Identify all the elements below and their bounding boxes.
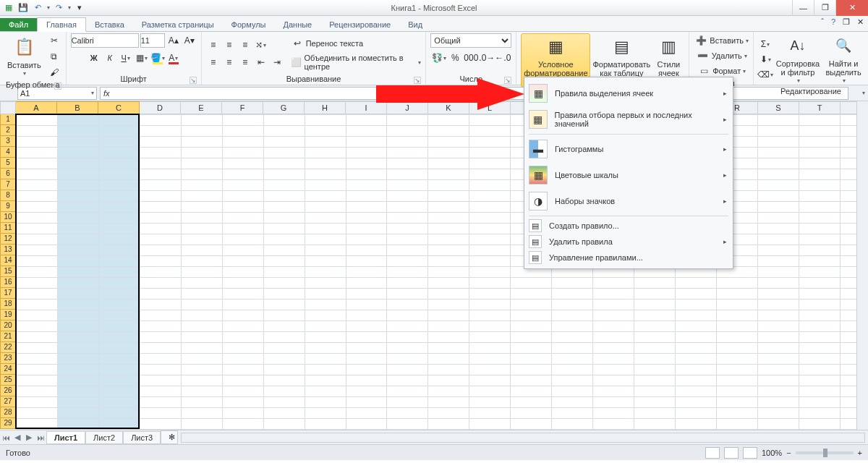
- format-painter-button[interactable]: 🖌: [47, 65, 61, 80]
- orientation-button[interactable]: ⤭▾: [254, 38, 268, 52]
- alignment-dialog-icon[interactable]: ↘: [414, 77, 421, 84]
- align-bottom-button[interactable]: ≡: [238, 38, 252, 52]
- increase-indent-button[interactable]: ⇥: [270, 55, 284, 69]
- increase-font-button[interactable]: A▴: [166, 33, 181, 48]
- align-top-button[interactable]: ≡: [206, 38, 221, 52]
- sheet-nav-first[interactable]: ⏮: [0, 433, 12, 442]
- top-bottom-icon: ▦: [529, 110, 548, 129]
- sheet-tab-3[interactable]: Лист3: [123, 431, 161, 444]
- insert-cells-button[interactable]: ➕Вставить▾: [694, 33, 749, 48]
- view-page-layout-button[interactable]: [724, 447, 739, 459]
- fill-color-button[interactable]: 🪣▾: [150, 51, 165, 65]
- minimize-button[interactable]: —: [792, 0, 814, 16]
- view-page-break-button[interactable]: [743, 447, 757, 459]
- format-cells-button[interactable]: ▭Формат▾: [697, 64, 746, 78]
- decrease-indent-button[interactable]: ⇤: [254, 55, 268, 69]
- undo-icon[interactable]: ↶: [32, 2, 43, 14]
- minimize-ribbon-icon[interactable]: ˆ: [821, 17, 824, 27]
- autosum-button[interactable]: Σ▾: [758, 37, 773, 51]
- cut-button[interactable]: ✂: [47, 33, 61, 48]
- font-color-button[interactable]: A▾: [166, 51, 181, 65]
- zoom-in-button[interactable]: +: [858, 449, 862, 457]
- delete-cells-button[interactable]: ➖Удалить▾: [696, 48, 747, 63]
- wrap-text-button[interactable]: ↩Перенос текста: [290, 36, 422, 51]
- border-button[interactable]: ▦▾: [135, 51, 149, 65]
- accounting-format-button[interactable]: 💱▾: [432, 51, 446, 65]
- align-middle-button[interactable]: ≡: [222, 38, 237, 52]
- menu-new-rule[interactable]: ▤Создать правило...: [524, 218, 733, 234]
- group-alignment: ≡ ≡ ≡ ⤭▾ ≡ ≡ ≡ ⇤ ⇥ ↩Перенос текста ⬜Объе…: [202, 32, 427, 85]
- italic-button[interactable]: К: [103, 51, 117, 65]
- align-left-button[interactable]: ≡: [206, 55, 221, 69]
- menu-icon-sets[interactable]: ◑Наборы значков▸: [524, 188, 733, 214]
- align-center-button[interactable]: ≡: [222, 55, 237, 69]
- new-sheet-button[interactable]: ✻: [161, 430, 178, 444]
- row-headers[interactable]: 1234567891011121314151617181920212223242…: [0, 114, 16, 430]
- doc-restore-icon[interactable]: ❐: [843, 17, 850, 27]
- menu-highlight-rules[interactable]: ▦Правила выделения ячеек▸: [524, 80, 733, 106]
- underline-button[interactable]: Ч▾: [119, 51, 133, 65]
- bold-button[interactable]: Ж: [87, 51, 101, 65]
- fill-button[interactable]: ⬇▾: [758, 52, 773, 67]
- qat-customize-icon[interactable]: ▾: [74, 2, 85, 14]
- horizontal-scrollbar[interactable]: [181, 433, 865, 443]
- sort-filter-button[interactable]: A↓ Сортировка и фильтр▾: [775, 33, 820, 86]
- font-name-combo[interactable]: [71, 33, 139, 48]
- tab-home[interactable]: Главная: [37, 17, 86, 32]
- sheet-tab-1[interactable]: Лист1: [46, 431, 85, 444]
- menu-color-scales[interactable]: ▦Цветовые шкалы▸: [524, 162, 733, 188]
- find-select-button[interactable]: 🔍 Найти и выделить▾: [823, 33, 864, 86]
- sheet-tab-2[interactable]: Лист2: [85, 431, 123, 444]
- save-icon[interactable]: 💾: [17, 2, 29, 14]
- tab-formulas[interactable]: Формулы: [223, 18, 275, 31]
- format-cells-label: Формат: [712, 67, 741, 75]
- menu-top-bottom-rules[interactable]: ▦Правила отбора первых и последних значе…: [524, 106, 733, 132]
- merge-center-button[interactable]: ⬜Объединить и поместить в центре▾: [290, 54, 422, 71]
- column-headers[interactable]: ABCDEFGHIJKLMNOPQRSTU: [16, 101, 868, 114]
- number-dialog-icon[interactable]: ↘: [504, 77, 511, 84]
- cells-area[interactable]: [16, 114, 868, 430]
- select-all-corner[interactable]: [0, 101, 16, 114]
- tab-review[interactable]: Рецензирование: [320, 18, 399, 31]
- find-select-label: Найти и выделить: [825, 59, 861, 77]
- font-dialog-icon[interactable]: ↘: [190, 77, 197, 84]
- tab-file[interactable]: Файл: [0, 18, 37, 31]
- help-icon[interactable]: ?: [831, 17, 835, 27]
- insert-cells-icon: ➕: [694, 33, 708, 48]
- sheet-nav-next[interactable]: ▶: [23, 433, 35, 442]
- vertical-scrollbar[interactable]: [856, 101, 868, 430]
- zoom-slider[interactable]: [796, 451, 854, 454]
- view-normal-button[interactable]: [705, 447, 720, 459]
- close-button[interactable]: ✕: [835, 0, 868, 16]
- tab-data[interactable]: Данные: [274, 18, 320, 31]
- tab-insert[interactable]: Вставка: [86, 18, 133, 31]
- menu-clear-rules-label: Удалить правила: [549, 237, 613, 246]
- paste-button[interactable]: 📋 Вставить▾: [4, 35, 44, 79]
- tab-page-layout[interactable]: Разметка страницы: [133, 18, 223, 31]
- menu-clear-rules[interactable]: ▤Удалить правила▸: [524, 234, 733, 250]
- decrease-decimal-button[interactable]: ←.0: [495, 51, 510, 65]
- menu-manage-rules[interactable]: ▤Управление правилами...: [524, 250, 733, 266]
- sheet-nav-last[interactable]: ⏭: [35, 433, 46, 442]
- redo-icon[interactable]: ↷: [53, 2, 64, 14]
- doc-close-icon[interactable]: ✕: [857, 17, 864, 27]
- tab-view[interactable]: Вид: [399, 18, 431, 31]
- font-size-combo[interactable]: [140, 33, 165, 48]
- increase-decimal-button[interactable]: .0→: [480, 51, 494, 65]
- percent-button[interactable]: %: [448, 51, 462, 65]
- comma-style-button[interactable]: 000: [464, 51, 478, 65]
- decrease-font-button[interactable]: A▾: [182, 33, 197, 48]
- restore-button[interactable]: ❐: [814, 0, 835, 16]
- fx-icon[interactable]: fx: [103, 89, 110, 98]
- merge-icon: ⬜: [290, 55, 303, 69]
- align-right-button[interactable]: ≡: [238, 55, 252, 69]
- menu-data-bars[interactable]: ▬Гистограммы▸: [524, 136, 733, 162]
- copy-button[interactable]: ⧉: [47, 49, 61, 64]
- zoom-out-button[interactable]: −: [786, 449, 791, 457]
- number-format-combo[interactable]: Общий: [430, 33, 511, 48]
- clear-button[interactable]: ⌫▾: [758, 67, 773, 82]
- group-font: A▴ A▾ Ж К Ч▾ ▦▾ 🪣▾ A▾ Шрифт↘: [67, 32, 202, 85]
- table-icon: ▤: [610, 35, 633, 59]
- clipboard-dialog-icon[interactable]: ↘: [54, 82, 61, 90]
- sheet-nav-prev[interactable]: ◀: [12, 433, 23, 442]
